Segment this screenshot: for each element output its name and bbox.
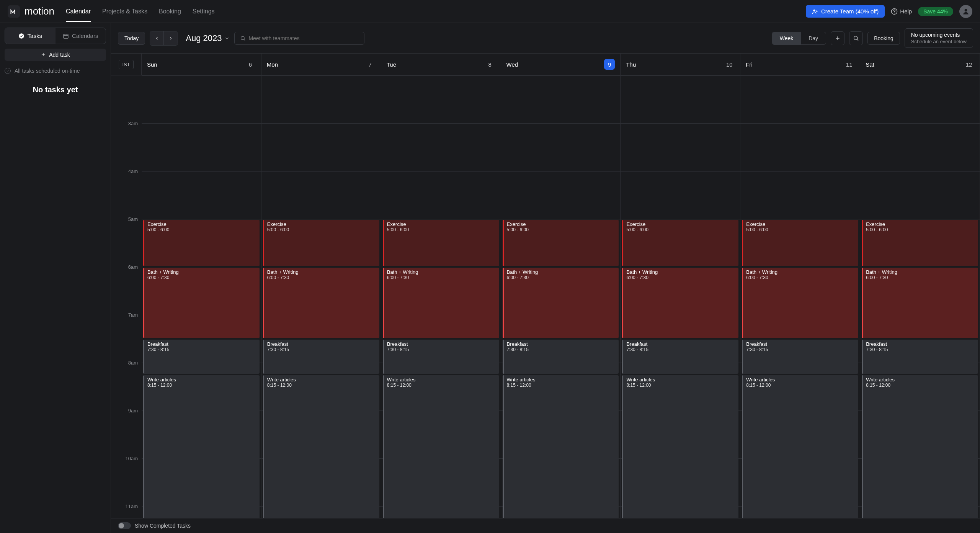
task-status-line: All tasks scheduled on-time <box>5 68 106 74</box>
nav-booking[interactable]: Booking <box>159 1 181 22</box>
day-name: Tue <box>387 61 396 68</box>
day-column[interactable]: Exercise5:00 - 6:00Bath + Writing6:00 - … <box>621 75 740 518</box>
booking-button[interactable]: Booking <box>867 32 900 45</box>
event-breakfast[interactable]: Breakfast7:30 - 8:15 <box>742 340 858 374</box>
calendars-tab[interactable]: Calendars <box>56 28 106 44</box>
event-bath-writing[interactable]: Bath + Writing6:00 - 7:30 <box>862 268 978 338</box>
event-write-articles[interactable]: Write articles8:15 - 12:00 <box>263 375 379 518</box>
event-exercise[interactable]: Exercise5:00 - 6:00 <box>622 220 738 266</box>
week-view-button[interactable]: Week <box>772 32 801 44</box>
event-write-articles[interactable]: Write articles8:15 - 12:00 <box>862 375 978 518</box>
meet-input[interactable] <box>248 35 358 41</box>
help-link[interactable]: Help <box>891 8 912 15</box>
event-time: 5:00 - 6:00 <box>387 227 496 232</box>
event-exercise[interactable]: Exercise5:00 - 6:00 <box>263 220 379 266</box>
event-time: 7:30 - 8:15 <box>507 347 616 352</box>
day-number: 6 <box>245 59 256 70</box>
day-column[interactable]: Exercise5:00 - 6:00Bath + Writing6:00 - … <box>740 75 860 518</box>
event-title: Exercise <box>746 221 855 227</box>
nav-projects-tasks[interactable]: Projects & Tasks <box>102 1 147 22</box>
day-column[interactable]: Exercise5:00 - 6:00Bath + Writing6:00 - … <box>860 75 980 518</box>
calendar-grid: 3am4am5am6am7am8am9am10am11am Exercise5:… <box>111 75 980 518</box>
nav-settings[interactable]: Settings <box>193 1 215 22</box>
event-bath-writing[interactable]: Bath + Writing6:00 - 7:30 <box>143 268 260 338</box>
event-breakfast[interactable]: Breakfast7:30 - 8:15 <box>503 340 619 374</box>
event-breakfast[interactable]: Breakfast7:30 - 8:15 <box>263 340 379 374</box>
event-write-articles[interactable]: Write articles8:15 - 12:00 <box>742 375 858 518</box>
event-time: 8:15 - 12:00 <box>866 383 975 388</box>
today-button[interactable]: Today <box>118 32 145 45</box>
next-week-button[interactable] <box>164 31 178 45</box>
event-time: 5:00 - 6:00 <box>507 227 616 232</box>
event-write-articles[interactable]: Write articles8:15 - 12:00 <box>622 375 738 518</box>
day-column[interactable]: Exercise5:00 - 6:00Bath + Writing6:00 - … <box>501 75 621 518</box>
event-write-articles[interactable]: Write articles8:15 - 12:00 <box>383 375 499 518</box>
avatar[interactable] <box>959 5 972 18</box>
event-title: Breakfast <box>626 341 735 347</box>
event-exercise[interactable]: Exercise5:00 - 6:00 <box>862 220 978 266</box>
event-exercise[interactable]: Exercise5:00 - 6:00 <box>143 220 260 266</box>
event-title: Write articles <box>626 377 735 383</box>
view-range-toggle: Week Day <box>772 32 826 45</box>
event-bath-writing[interactable]: Bath + Writing6:00 - 7:30 <box>503 268 619 338</box>
create-team-button[interactable]: Create Team (40% off) <box>806 5 885 18</box>
add-task-button[interactable]: Add task <box>5 49 106 61</box>
day-name: Mon <box>267 61 278 68</box>
week-nav-arrows <box>150 31 178 46</box>
event-bath-writing[interactable]: Bath + Writing6:00 - 7:30 <box>742 268 858 338</box>
day-column[interactable]: Exercise5:00 - 6:00Bath + Writing6:00 - … <box>142 75 261 518</box>
prev-week-button[interactable] <box>150 31 164 45</box>
day-column[interactable]: Exercise5:00 - 6:00Bath + Writing6:00 - … <box>261 75 381 518</box>
search-button[interactable] <box>849 31 863 45</box>
event-bath-writing[interactable]: Bath + Writing6:00 - 7:30 <box>622 268 738 338</box>
meet-search[interactable] <box>234 32 364 45</box>
event-time: 7:30 - 8:15 <box>866 347 975 352</box>
event-write-articles[interactable]: Write articles8:15 - 12:00 <box>503 375 619 518</box>
event-breakfast[interactable]: Breakfast7:30 - 8:15 <box>622 340 738 374</box>
nav-calendar[interactable]: Calendar <box>66 1 91 22</box>
day-header-sun: Sun6 <box>142 54 261 75</box>
chevron-right-icon <box>168 36 173 41</box>
day-header-row: IST Sun6Mon7Tue8Wed9Thu10Fri11Sat12 <box>111 53 980 75</box>
svg-rect-5 <box>64 34 68 38</box>
event-breakfast[interactable]: Breakfast7:30 - 8:15 <box>143 340 260 374</box>
time-label: 4am <box>128 168 138 174</box>
day-header-mon: Mon7 <box>261 54 381 75</box>
event-title: Write articles <box>147 377 256 383</box>
event-time: 6:00 - 7:30 <box>387 275 496 280</box>
event-title: Exercise <box>387 221 496 227</box>
main-nav: CalendarProjects & TasksBookingSettings <box>66 1 806 22</box>
month-picker[interactable]: Aug 2023 <box>186 33 229 43</box>
day-header-wed: Wed9 <box>501 54 621 75</box>
app-logo[interactable]: motion <box>8 5 54 18</box>
timezone-pill[interactable]: IST <box>119 60 133 69</box>
day-view-button[interactable]: Day <box>801 32 826 44</box>
event-time: 5:00 - 6:00 <box>866 227 975 232</box>
day-number: 12 <box>964 59 974 70</box>
svg-point-6 <box>241 36 244 40</box>
tasks-tab[interactable]: Tasks <box>5 28 56 44</box>
brand-name: motion <box>24 5 54 17</box>
time-label: 7am <box>128 312 138 318</box>
calendar-panel: Today Aug 2023 Week Day <box>111 23 980 533</box>
event-exercise[interactable]: Exercise5:00 - 6:00 <box>383 220 499 266</box>
event-bath-writing[interactable]: Bath + Writing6:00 - 7:30 <box>263 268 379 338</box>
event-time: 6:00 - 7:30 <box>267 275 376 280</box>
event-title: Bath + Writing <box>387 269 496 275</box>
event-exercise[interactable]: Exercise5:00 - 6:00 <box>503 220 619 266</box>
sidebar-view-toggle: Tasks Calendars <box>5 28 106 44</box>
event-title: Bath + Writing <box>147 269 256 275</box>
day-header-thu: Thu10 <box>621 54 740 75</box>
show-completed-switch[interactable] <box>118 522 131 529</box>
days-grid: Exercise5:00 - 6:00Bath + Writing6:00 - … <box>142 75 980 518</box>
event-breakfast[interactable]: Breakfast7:30 - 8:15 <box>383 340 499 374</box>
day-column[interactable]: Exercise5:00 - 6:00Bath + Writing6:00 - … <box>381 75 501 518</box>
event-exercise[interactable]: Exercise5:00 - 6:00 <box>742 220 858 266</box>
event-breakfast[interactable]: Breakfast7:30 - 8:15 <box>862 340 978 374</box>
event-bath-writing[interactable]: Bath + Writing6:00 - 7:30 <box>383 268 499 338</box>
add-event-button[interactable] <box>831 31 844 45</box>
save-badge[interactable]: Save 44% <box>918 7 953 16</box>
event-time: 5:00 - 6:00 <box>147 227 256 232</box>
event-write-articles[interactable]: Write articles8:15 - 12:00 <box>143 375 260 518</box>
event-title: Exercise <box>866 221 975 227</box>
